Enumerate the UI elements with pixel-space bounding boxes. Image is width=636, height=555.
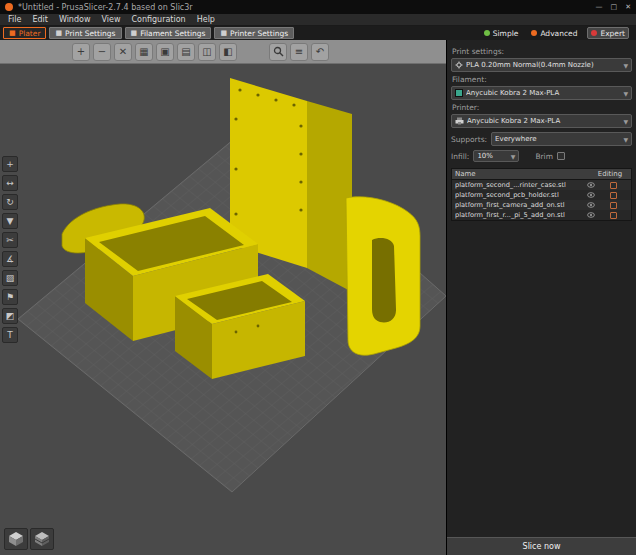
table-row[interactable]: platform_second_pcb_holder.stl — [452, 190, 631, 200]
infill-combo[interactable]: 10% ▼ — [473, 150, 519, 162]
visibility-eye-icon[interactable] — [587, 192, 595, 198]
menu-edit[interactable]: Edit — [32, 15, 48, 24]
brim-checkbox[interactable] — [557, 152, 565, 160]
supports-label: Supports: — [451, 135, 487, 144]
copy-icon: ▣ — [160, 46, 169, 57]
maximize-button[interactable]: □ — [611, 0, 618, 14]
mode-simple-label: Simple — [493, 29, 519, 38]
rotate-tool-button[interactable]: ↻ — [2, 194, 18, 210]
menu-help[interactable]: Help — [197, 15, 215, 24]
printer-icon: ■ — [220, 30, 227, 37]
search-button[interactable] — [269, 43, 287, 61]
undo-button[interactable]: ↶ — [311, 43, 329, 61]
print-settings-combo[interactable]: PLA 0.20mm Normal(0.4mm Nozzle) ▼ — [451, 58, 632, 72]
arrange-button[interactable]: ▦ — [135, 43, 153, 61]
tab-print-settings-label: Print Settings — [65, 29, 115, 38]
chevron-down-icon: ▼ — [623, 90, 628, 97]
delete-object-button[interactable]: − — [93, 43, 111, 61]
mode-switcher: Simple Advanced Expert — [481, 27, 633, 39]
text-emboss-button[interactable]: T — [2, 327, 18, 343]
object-list-header: Name Editing — [452, 169, 631, 180]
add-icon: + — [77, 46, 85, 57]
supports-value: Everywhere — [495, 135, 620, 143]
table-row[interactable]: platform_first_r..._pi_5_add_on.stl — [452, 210, 631, 220]
mode-expert[interactable]: Expert — [587, 27, 629, 39]
mode-advanced-label: Advanced — [540, 29, 577, 38]
advanced-mode-dot-icon — [531, 30, 537, 36]
minimize-button[interactable]: — — [596, 0, 603, 14]
add-object-button[interactable]: + — [72, 43, 90, 61]
editing-toggle[interactable] — [610, 182, 617, 189]
visibility-eye-icon[interactable] — [587, 202, 595, 208]
supports-combo[interactable]: Everywhere ▼ — [491, 132, 632, 146]
copy-button[interactable]: ▣ — [156, 43, 174, 61]
editing-toggle[interactable] — [610, 212, 617, 219]
viewport-3d[interactable]: + ↔ ↻ ▼ ✂ ∡ ▨ ⚑ ◩ T — [0, 64, 446, 555]
delete-all-icon: ✕ — [119, 46, 127, 57]
text-emboss-icon: T — [7, 330, 13, 340]
spool-icon: ■ — [131, 30, 138, 37]
mode-advanced[interactable]: Advanced — [528, 27, 580, 39]
editor-view-button[interactable] — [4, 528, 28, 550]
menu-configuration[interactable]: Configuration — [131, 15, 185, 24]
tab-printer-settings[interactable]: ■ Printer Settings — [214, 27, 294, 39]
gear-icon: ■ — [55, 30, 62, 37]
menu-view[interactable]: View — [101, 15, 120, 24]
object-name: platform_second_...rinter_case.stl — [455, 181, 584, 189]
printer-label: Printer: — [452, 103, 632, 112]
tab-plater-label: Plater — [19, 29, 41, 38]
window-title: *Untitled - PrusaSlicer-2.7.4 based on S… — [18, 3, 193, 12]
printer-icon — [455, 117, 464, 125]
object-list: Name Editing platform_second_...rinter_c… — [451, 168, 632, 221]
move-tool-button[interactable]: + — [2, 156, 18, 172]
split-objects-button[interactable]: ◫ — [198, 43, 216, 61]
tab-filament-settings[interactable]: ■ Filament Settings — [125, 27, 212, 39]
tab-plater[interactable]: ■ Plater — [3, 27, 46, 39]
delete-all-button[interactable]: ✕ — [114, 43, 132, 61]
plater-icon: ■ — [9, 30, 16, 37]
filament-color-swatch — [455, 89, 463, 97]
model-back-panel-side — [307, 101, 352, 292]
table-row[interactable]: platform_second_...rinter_case.stl — [452, 180, 631, 190]
scene-3d — [0, 64, 446, 555]
place-on-face-button[interactable]: ▼ — [2, 213, 18, 229]
filament-combo[interactable]: Anycubic Kobra 2 Max-PLA ▼ — [451, 86, 632, 100]
menu-file[interactable]: File — [8, 15, 21, 24]
visibility-eye-icon[interactable] — [587, 212, 595, 218]
editing-toggle[interactable] — [610, 192, 617, 199]
paint-multimaterial-icon: ◩ — [6, 311, 15, 321]
split-parts-button[interactable]: ◧ — [219, 43, 237, 61]
workspace: + − ✕ ▦ ▣ ▤ ◫ ◧ ≡ ↶ — [0, 40, 446, 555]
printer-combo[interactable]: Anycubic Kobra 2 Max-PLA ▼ — [451, 114, 632, 128]
scale-tool-button[interactable]: ↔ — [2, 175, 18, 191]
brim-label: Brim — [535, 152, 553, 161]
editing-toggle[interactable] — [610, 202, 617, 209]
object-name: platform_first_r..._pi_5_add_on.stl — [455, 211, 584, 219]
slice-now-button[interactable]: Slice now — [447, 537, 636, 555]
move-icon: + — [6, 159, 14, 169]
print-settings-value: PLA 0.20mm Normal(0.4mm Nozzle) — [466, 61, 620, 69]
cube-3d-icon — [8, 531, 24, 547]
tab-print-settings[interactable]: ■ Print Settings — [49, 27, 121, 39]
simple-mode-dot-icon — [484, 30, 490, 36]
layers-view-button[interactable]: ≡ — [290, 43, 308, 61]
preview-view-button[interactable] — [30, 528, 54, 550]
paste-button[interactable]: ▤ — [177, 43, 195, 61]
editing-column-header: Editing — [592, 170, 628, 178]
measure-tool-button[interactable]: ∡ — [2, 251, 18, 267]
visibility-eye-icon[interactable] — [587, 182, 595, 188]
paint-multimaterial-button[interactable]: ◩ — [2, 308, 18, 324]
table-row[interactable]: platform_first_camera_add_on.stl — [452, 200, 631, 210]
mode-simple[interactable]: Simple — [481, 27, 522, 39]
seam-tool-button[interactable]: ⚑ — [2, 289, 18, 305]
seam-icon: ⚑ — [6, 292, 14, 302]
close-button[interactable]: ✕ — [625, 0, 631, 14]
model-handle-slot — [372, 238, 396, 323]
menu-window[interactable]: Window — [59, 15, 91, 24]
paint-supports-button[interactable]: ▨ — [2, 270, 18, 286]
chevron-down-icon: ▼ — [511, 153, 516, 160]
tab-filament-settings-label: Filament Settings — [140, 29, 205, 38]
cut-tool-button[interactable]: ✂ — [2, 232, 18, 248]
top-toolbar: + − ✕ ▦ ▣ ▤ ◫ ◧ ≡ ↶ — [0, 40, 446, 64]
search-icon — [273, 46, 284, 57]
